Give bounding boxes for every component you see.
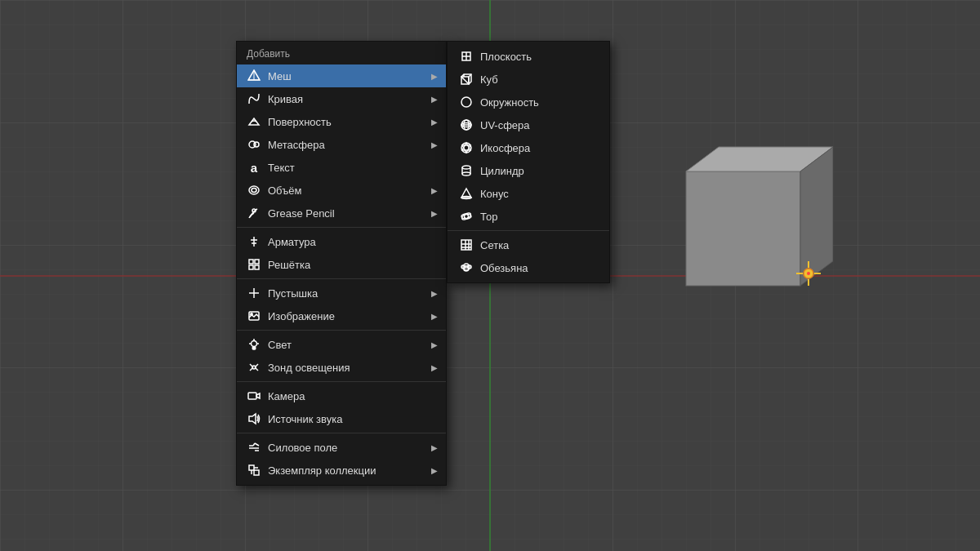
svg-point-18 [249, 186, 259, 194]
svg-rect-24 [249, 260, 253, 264]
menu-item-speaker-label: Источник звука [268, 413, 438, 425]
menu-item-forcefield-label: Силовое поле [268, 442, 425, 454]
menu-item-forcefield[interactable]: Силовое поле ▶ [237, 436, 446, 459]
lattice-icon [245, 257, 263, 272]
svg-rect-27 [255, 265, 259, 269]
menu-item-armature-label: Арматура [268, 236, 438, 248]
submenu-item-cylinder[interactable]: Цилиндр [448, 159, 609, 182]
svg-rect-25 [255, 260, 259, 264]
svg-point-67 [461, 143, 471, 153]
submenu-item-uvsphere-label: UV-сфера [480, 119, 599, 131]
light-icon [245, 337, 263, 352]
submenu-item-uvsphere[interactable]: UV-сфера [448, 113, 609, 136]
submenu-item-cube-label: Куб [480, 73, 599, 86]
torus-icon [457, 209, 475, 224]
menu-item-collection-label: Экземпляр коллекции [268, 464, 425, 477]
menu-item-surface-label: Поверхность [268, 116, 425, 128]
menu-item-speaker[interactable]: Источник звука [237, 407, 446, 430]
menu-item-volume-label: Объём [268, 184, 425, 197]
svg-rect-51 [254, 470, 259, 475]
menu-item-grease[interactable]: Grease Pencil ▶ [237, 202, 446, 224]
submenu-item-cylinder-label: Цилиндр [480, 165, 599, 177]
menu-item-image-label: Изображение [268, 310, 425, 322]
grease-icon [245, 206, 263, 220]
menu-item-lightprobe-arrow: ▶ [431, 363, 438, 372]
monkey-icon [457, 260, 475, 275]
menu-header: Добавить [237, 45, 446, 64]
menu-item-surface-arrow: ▶ [431, 118, 438, 127]
lightprobe-icon [245, 360, 263, 375]
menu-item-empty-label: Пустышка [268, 287, 425, 300]
menu-item-mesh[interactable]: Меш ▶ [237, 64, 446, 87]
submenu-item-grid[interactable]: Сетка [448, 233, 609, 256]
svg-rect-4 [686, 171, 800, 286]
submenu-item-monkey[interactable]: Обезьяна [448, 256, 609, 279]
meta-icon [245, 137, 263, 152]
menu-item-volume-arrow: ▶ [431, 186, 438, 195]
menu-item-empty[interactable]: Пустышка ▶ [237, 282, 446, 304]
svg-point-17 [254, 142, 259, 147]
submenu-mesh: Плоскость Куб Окружность [447, 41, 610, 283]
submenu-item-plane-label: Плоскость [480, 51, 599, 63]
menu-item-volume[interactable]: Объём ▶ [237, 179, 446, 202]
menu-item-mesh-label: Меш [268, 70, 425, 82]
submenu-item-torus[interactable]: Тор [448, 205, 609, 228]
menu-item-light-label: Свет [268, 339, 425, 351]
empty-icon [245, 286, 263, 300]
svg-point-89 [467, 265, 469, 267]
svg-point-62 [461, 97, 471, 107]
submenu-item-circle-label: Окружность [480, 96, 599, 109]
menu-item-empty-arrow: ▶ [431, 289, 438, 298]
menu-item-grease-label: Grease Pencil [268, 207, 425, 220]
submenu-item-cone[interactable]: Конус [448, 182, 609, 205]
menu-item-text[interactable]: a Текст [237, 156, 446, 179]
separator-4 [237, 381, 446, 382]
menu-item-curve-label: Кривая [268, 93, 425, 105]
menu-item-lattice[interactable]: Решётка [237, 253, 446, 276]
cube-icon [457, 72, 475, 87]
submenu-item-grid-label: Сетка [480, 239, 599, 251]
svg-marker-44 [249, 414, 256, 424]
svg-line-48 [253, 443, 255, 446]
menu-item-text-label: Текст [268, 162, 438, 174]
submenu-item-plane[interactable]: Плоскость [448, 45, 609, 68]
svg-line-49 [255, 443, 259, 446]
separator-5 [237, 433, 446, 433]
svg-marker-43 [256, 393, 260, 398]
menu-item-image[interactable]: Изображение ▶ [237, 304, 446, 327]
svg-point-78 [465, 215, 469, 219]
svg-point-70 [462, 166, 470, 169]
cone-icon [457, 186, 475, 201]
menu-item-curve[interactable]: Кривая ▶ [237, 87, 446, 110]
submenu-item-icosphere[interactable]: Икосфера [448, 136, 609, 159]
menu-item-surface[interactable]: Поверхность ▶ [237, 110, 446, 133]
menu-item-armature[interactable]: Арматура [237, 230, 446, 253]
menu-item-collection[interactable]: Экземпляр коллекции ▶ [237, 459, 446, 482]
submenu-item-cone-label: Конус [480, 188, 599, 200]
circle-icon [457, 95, 475, 109]
submenu-item-cube[interactable]: Куб [448, 68, 609, 91]
separator-1 [237, 227, 446, 228]
main-menu: Добавить Меш ▶ Кривая ▶ [236, 41, 447, 486]
forcefield-icon [245, 440, 263, 455]
menu-item-meta-label: Метасфера [268, 139, 425, 151]
surface-icon [245, 114, 263, 129]
submenu-item-circle[interactable]: Окружность [448, 91, 609, 113]
menu-item-collection-arrow: ▶ [431, 466, 438, 475]
menu-item-image-arrow: ▶ [431, 312, 438, 321]
menu-item-lightprobe[interactable]: Зонд освещения ▶ [237, 356, 446, 379]
menu-item-forcefield-arrow: ▶ [431, 443, 438, 452]
svg-point-31 [251, 313, 252, 315]
submenu-item-monkey-label: Обезьяна [480, 262, 599, 274]
menu-item-light[interactable]: Свет ▶ [237, 333, 446, 356]
menu-item-lattice-label: Решётка [268, 259, 438, 271]
svg-point-77 [461, 211, 471, 220]
menu-item-meta[interactable]: Метасфера ▶ [237, 133, 446, 156]
svg-point-88 [465, 265, 466, 267]
origin-crosshair [796, 261, 821, 286]
submenu-item-icosphere-label: Икосфера [480, 142, 599, 154]
menu-item-lightprobe-label: Зонд освещения [268, 362, 425, 374]
svg-point-19 [252, 189, 256, 193]
menu-item-camera[interactable]: Камера [237, 384, 446, 407]
menu-overlay: Добавить Меш ▶ Кривая ▶ [236, 41, 610, 486]
